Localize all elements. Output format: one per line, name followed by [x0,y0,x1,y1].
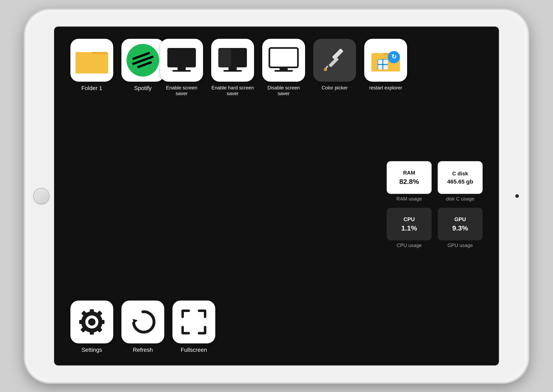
gpu-stat-wrap: GPU 9.3% GPU usage [438,208,483,248]
ram-label: RAM [403,170,415,176]
ram-caption: RAM usage [396,196,422,202]
enable-hard-screen-saver-label: Enable hard screen saver [211,85,254,96]
refresh-icon-container [121,301,164,343]
settings-icon-container [70,301,113,343]
camera-dot [515,194,519,198]
monitor-empty-graphic [268,47,299,73]
monitor-half-graphic [217,47,248,73]
monitor-filled-graphic [166,47,197,73]
color-picker-container [313,39,356,82]
restart-explorer-container: ↻ [364,39,407,82]
gear-graphic [77,308,106,336]
folder-label: Folder 1 [81,85,103,91]
svg-rect-12 [275,70,293,72]
gpu-value: 9.3% [452,224,468,232]
cdisk-stat-wrap: C disk 465.65 gb disk C usage [438,161,483,202]
svg-rect-13 [332,48,344,60]
disable-screen-saver-label: Disable screen saver [263,85,304,96]
svg-rect-5 [173,70,191,72]
svg-rect-30 [90,330,94,335]
home-button[interactable] [33,188,50,204]
app-icon-fullscreen[interactable]: Fullscreen [173,301,215,353]
fullscreen-graphic [180,308,208,336]
enable-hard-screen-saver-container [211,39,254,82]
refresh-graphic [129,308,157,336]
enable-screen-saver-label: Enable screen saver [161,85,202,96]
fullscreen-label: Fullscreen [180,347,207,353]
app-icon-folder[interactable]: Folder 1 [70,39,113,91]
tablet: Folder 1 Spotify [26,10,527,382]
dropper-graphic [321,46,348,75]
cpu-stat-wrap: CPU 1.1% CPU usage [387,208,432,248]
gpu-tile: GPU 9.3% [438,208,483,240]
app-icon-color-picker[interactable]: Color picker [313,39,356,91]
cdisk-caption: disk C usage [446,196,474,202]
gpu-label: GPU [454,216,466,223]
cdisk-tile: C disk 465.65 gb [438,161,483,194]
app-icon-enable-screen-saver[interactable]: Enable screen saver [160,39,203,96]
svg-rect-32 [100,320,104,324]
app-icon-settings[interactable]: Settings [70,301,113,353]
app-icon-enable-hard-screen-saver[interactable]: Enable hard screen saver [211,39,254,96]
ram-stat-wrap: RAM 82.8% RAM usage [387,161,432,202]
spotify-label: Spotify [134,85,152,91]
svg-rect-7 [228,67,237,70]
svg-rect-22 [378,65,382,70]
svg-rect-31 [79,320,84,324]
settings-label: Settings [81,347,102,353]
cpu-caption: CPU usage [397,243,422,248]
svg-point-16 [324,68,327,71]
svg-rect-9 [219,49,231,67]
cdisk-label: C disk [452,170,468,177]
svg-rect-8 [223,70,242,72]
refresh-label: Refresh [133,347,153,353]
fullscreen-icon-container [173,301,215,343]
svg-rect-29 [90,309,94,314]
folder-graphic [76,47,108,73]
cdisk-value: 465.65 gb [447,178,473,185]
enable-screen-saver-container [160,39,203,82]
spotify-icon-container [121,39,164,82]
restart-explorer-graphic: ↻ [370,47,401,73]
svg-rect-10 [269,48,298,67]
svg-rect-11 [280,67,288,70]
cpu-value: 1.1% [401,224,417,232]
svg-rect-3 [167,48,196,67]
svg-text:↻: ↻ [391,53,396,60]
ram-value: 82.8% [399,178,419,186]
svg-rect-2 [76,57,108,73]
app-icon-spotify[interactable]: Spotify [121,39,164,91]
restart-explorer-label: restart explorer [369,85,402,91]
spotify-graphic [126,44,159,77]
svg-point-28 [88,318,96,326]
color-picker-label: Color picker [322,85,348,91]
folder-icon-container [70,39,113,82]
screen: Folder 1 Spotify [54,27,499,365]
spotify-lines [130,51,155,70]
app-icon-restart-explorer[interactable]: ↻ restart explorer [364,39,407,91]
gpu-caption: GPU usage [448,243,473,248]
ram-tile: RAM 82.8% [387,161,432,194]
cpu-tile: CPU 1.1% [387,208,432,240]
svg-rect-21 [383,60,388,64]
svg-rect-23 [383,65,388,70]
disable-screen-saver-container [262,39,305,82]
app-icon-disable-screen-saver[interactable]: Disable screen saver [262,39,305,96]
cpu-label: CPU [404,216,415,223]
app-icon-refresh[interactable]: Refresh [121,301,164,353]
svg-rect-4 [178,67,186,70]
svg-rect-20 [378,60,382,64]
